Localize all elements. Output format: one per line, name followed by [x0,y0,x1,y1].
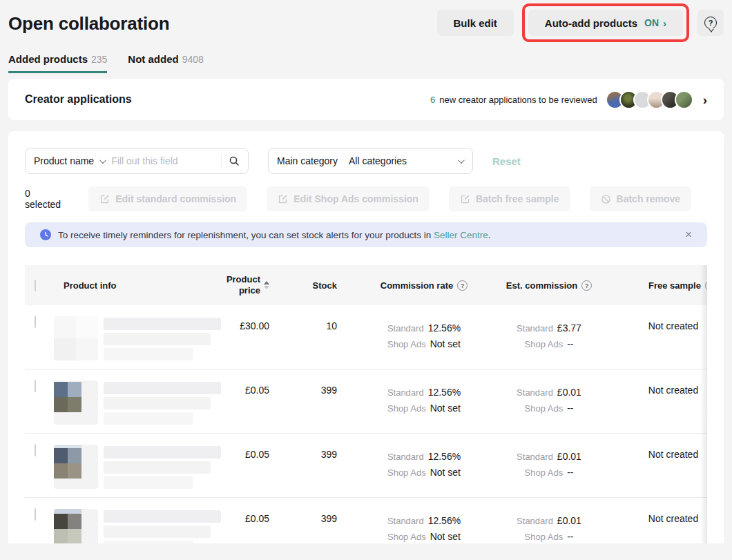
page-header: Open collaboration Bulk edit Auto-add pr… [0,0,732,42]
help-icon[interactable]: ? [705,280,707,291]
column-est-commission: Est. commission ? [494,280,619,291]
help-icon[interactable]: ? [457,280,468,291]
product-image [54,445,98,489]
product-name-redacted [104,509,221,543]
reset-button[interactable]: Reset [492,155,521,167]
question-pin-icon: ? [704,17,717,29]
product-image [54,316,98,360]
row-checkbox[interactable] [35,316,36,328]
filter-row: Product name Fill out this field Main ca… [25,148,707,174]
column-product-info: Product info [54,280,229,291]
creator-applications-card[interactable]: Creator applications 6 new creator appli… [8,79,724,120]
auto-add-state: ON [644,17,659,28]
edit-icon [278,194,288,204]
chevron-down-icon [458,157,465,164]
price-value: £30.00 [240,320,269,331]
edit-icon [99,194,110,204]
chevron-down-icon [99,157,106,164]
page-title: Open collaboration [8,10,169,35]
clock-icon [40,229,51,240]
products-panel: Product name Fill out this field Main ca… [8,131,724,543]
stock-value: 399 [321,385,337,396]
tab-count: 9408 [182,54,204,65]
help-icon[interactable]: ? [581,280,592,291]
table-row: £0.05 399 Standard12.56% Shop AdsNot set… [25,498,707,543]
stock-alert-notice: To receive timely reminders for replenis… [25,222,707,247]
creator-applications-summary: 6 new creator applications to be reviewe… [430,90,707,109]
table-row: £30.00 10 Standard12.56% Shop AdsNot set… [25,305,707,369]
free-sample-status: Not created [648,513,698,524]
product-name-redacted [104,380,221,425]
product-name-redacted [104,316,221,360]
row-checkbox[interactable] [35,380,36,392]
category-value: All categories [349,155,452,166]
tab-added-products[interactable]: Added products 235 [8,53,107,73]
row-checkbox[interactable] [35,444,36,456]
free-sample-status: Not created [648,320,698,331]
product-name-redacted [104,445,221,489]
main-category-combo[interactable]: Main category All categories [268,148,473,174]
products-table: Product info Productprice Stock Commissi… [25,265,707,543]
table-row: £0.05 399 Standard12.56% Shop AdsNot set… [25,434,707,498]
price-value: £0.05 [245,513,269,524]
tab-count: 235 [91,54,107,65]
avatar [675,90,693,109]
edit-icon [460,194,470,204]
new-applications-count: 6 [430,95,435,105]
tab-bar: Added products 235 Not added 9408 [0,53,732,73]
row-checkbox[interactable] [35,508,36,521]
bulk-edit-button[interactable]: Bulk edit [437,10,514,36]
search-icon[interactable] [229,155,240,166]
est-commission-cell: Standard£0.01 Shop Ads-- [494,513,619,543]
est-commission-cell: Standard£0.01 Shop Ads-- [494,449,619,481]
ban-icon [601,194,611,204]
avatar-group [606,90,693,109]
edit-standard-commission-button[interactable]: Edit standard commission [88,186,247,211]
batch-free-sample-button[interactable]: Batch free sample [449,186,570,211]
column-product-price[interactable]: Productprice [229,274,278,296]
close-icon[interactable]: × [680,228,697,242]
tab-not-added[interactable]: Not added 9408 [128,53,204,73]
free-sample-status: Not created [648,385,698,396]
creator-applications-title: Creator applications [25,93,132,106]
chevron-right-icon: › [663,17,666,29]
new-applications-message: new creator applications to be reviewed [439,95,597,105]
batch-remove-button[interactable]: Batch remove [590,186,692,211]
est-commission-cell: Standard£0.01 Shop Ads-- [494,385,619,416]
help-button[interactable]: ? [697,10,724,36]
edit-shop-ads-commission-button[interactable]: Edit Shop Ads commission [267,186,430,211]
price-value: £0.05 [245,449,269,460]
free-sample-status: Not created [648,449,698,460]
column-free-sample: Free sample ? [619,280,706,291]
column-stock: Stock [278,280,340,291]
stock-value: 399 [321,449,337,460]
commission-rate-cell: Standard12.56% Shop AdsNot set [340,513,494,543]
price-value: £0.05 [245,385,269,396]
category-label: Main category [277,155,338,166]
sort-icon[interactable] [264,281,269,289]
est-commission-cell: Standard£3.77 Shop Ads-- [494,320,619,352]
search-input[interactable]: Fill out this field [111,155,214,166]
commission-rate-cell: Standard12.56% Shop AdsNot set [340,449,494,481]
select-all-checkbox[interactable] [35,280,36,291]
chevron-right-icon[interactable]: › [703,93,707,106]
commission-rate-cell: Standard12.56% Shop AdsNot set [340,385,494,416]
divider [221,155,222,167]
batch-action-bar: 0 selected Edit standard commission Edit… [25,186,707,211]
commission-rate-cell: Standard12.56% Shop AdsNot set [340,320,494,352]
column-commission-rate: Commission rate ? [340,280,494,291]
stock-value: 399 [321,513,337,524]
stock-value: 10 [326,320,337,331]
product-image [54,509,98,543]
table-header-row: Product info Productprice Stock Commissi… [25,265,707,305]
search-field-selector[interactable]: Product name [34,155,94,166]
product-search-combo[interactable]: Product name Fill out this field [25,148,249,174]
header-actions: Bulk edit Auto-add products ON › ? [437,10,724,42]
selected-count: 0 selected [25,188,61,210]
highlight-annotation-box: Auto-add products ON › [522,3,689,42]
product-image [54,380,98,425]
table-row: £0.05 399 Standard12.56% Shop AdsNot set… [25,369,707,434]
seller-centre-link[interactable]: Seller Centre [434,230,488,240]
auto-add-products-button[interactable]: Auto-add products ON › [528,10,683,36]
notice-text: To receive timely reminders for replenis… [58,230,491,240]
